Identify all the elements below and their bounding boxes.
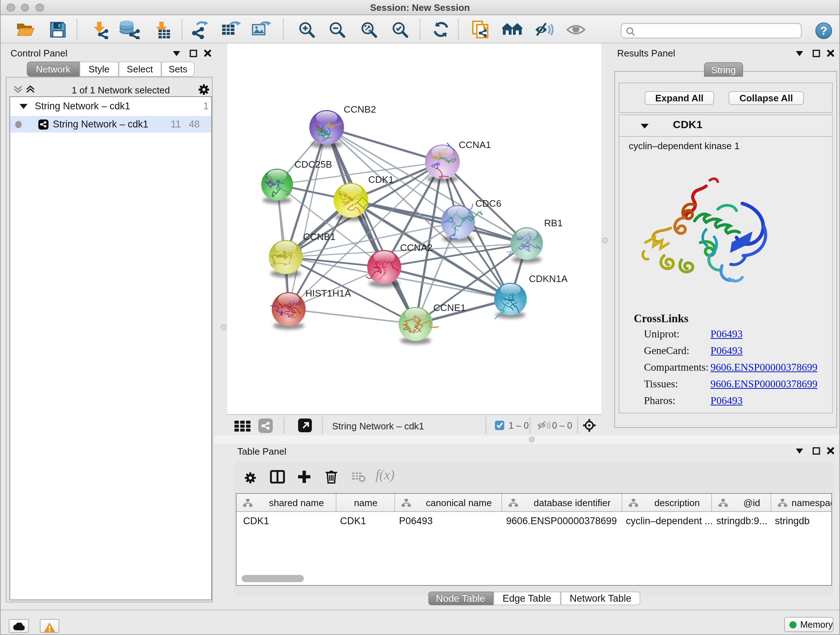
- svg-text:CCNE1: CCNE1: [433, 302, 466, 313]
- svg-text:CCNB1: CCNB1: [303, 231, 335, 242]
- svg-text:CDK1: CDK1: [368, 174, 393, 185]
- svg-text:CCNA2: CCNA2: [400, 242, 432, 253]
- svg-text:RB1: RB1: [544, 218, 562, 228]
- svg-text:CCNA1: CCNA1: [459, 139, 491, 150]
- svg-text:CDKN1A: CDKN1A: [529, 273, 568, 284]
- svg-text:HIST1H1A: HIST1H1A: [305, 288, 351, 299]
- svg-text:CDC6: CDC6: [475, 198, 501, 209]
- svg-text:CDC25B: CDC25B: [294, 159, 332, 170]
- svg-text:CCNB2: CCNB2: [344, 104, 376, 115]
